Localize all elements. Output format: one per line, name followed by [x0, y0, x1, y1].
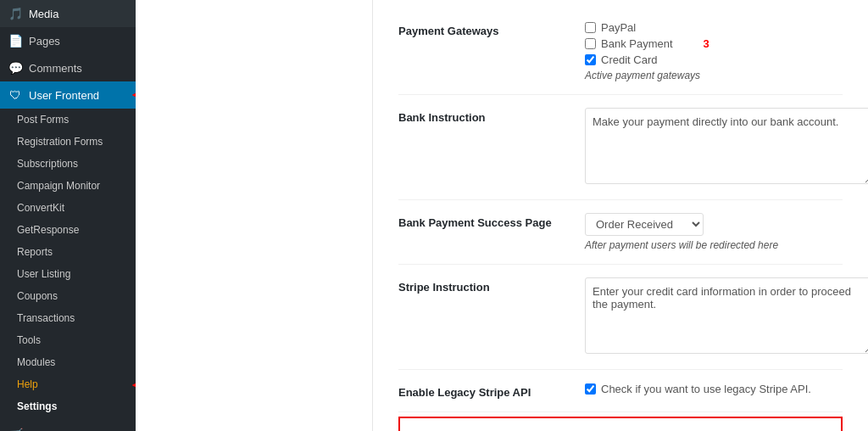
- stripe-secret-key-row: Stripe Secret Key: [413, 427, 828, 431]
- paypal-label[interactable]: PayPal: [601, 21, 636, 34]
- annotation-3-label: 3: [704, 37, 709, 50]
- sidebar: 🎵 Media 📄 Pages 💬 Comments 🛡 User Fronte…: [0, 0, 136, 431]
- bank-payment-label[interactable]: Bank Payment: [601, 37, 673, 50]
- legacy-stripe-checkbox[interactable]: [585, 383, 596, 395]
- paypal-row: PayPal: [585, 21, 843, 34]
- main-area: Payment Gateways PayPal Bank Payment 3: [136, 0, 868, 431]
- payment-gateways-row: Payment Gateways PayPal Bank Payment 3: [398, 8, 843, 95]
- sidebar-item-media[interactable]: 🎵 Media: [0, 0, 136, 27]
- sidebar-item-registration-forms[interactable]: Registration Forms: [0, 131, 136, 153]
- comments-icon: 💬: [8, 61, 22, 75]
- sidebar-item-getresponse[interactable]: GetResponse: [0, 219, 136, 241]
- legacy-stripe-label: Enable Legacy Stripe API: [398, 383, 585, 399]
- sidebar-item-help[interactable]: Help 2: [0, 373, 136, 395]
- bank-payment-success-content: Order Received Thank You Custom Page Aft…: [585, 213, 843, 251]
- bank-payment-success-label: Bank Payment Success Page: [398, 213, 585, 229]
- active-gateways-note: Active payment gateways: [585, 70, 843, 81]
- annotation-1-arrow: [131, 87, 136, 104]
- media-icon: 🎵: [8, 7, 22, 20]
- settings-section: Payment Gateways PayPal Bank Payment 3: [398, 8, 843, 431]
- credit-card-row: Credit Card: [585, 53, 843, 66]
- sidebar-item-tools[interactable]: Tools: [0, 329, 136, 351]
- sidebar-item-user-listing[interactable]: User Listing: [0, 263, 136, 285]
- sidebar-item-transactions[interactable]: Transactions: [0, 307, 136, 329]
- left-panel: [136, 0, 373, 431]
- credit-card-checkbox[interactable]: [585, 54, 596, 65]
- sidebar-item-convertkit[interactable]: ConvertKit: [0, 197, 136, 219]
- redirect-note: After payment users will be redirected h…: [585, 239, 843, 251]
- sidebar-item-settings[interactable]: Settings: [0, 395, 136, 417]
- sidebar-item-reports[interactable]: Reports: [0, 241, 136, 263]
- sidebar-item-comments[interactable]: 💬 Comments: [0, 54, 136, 81]
- bank-payment-row: Bank Payment 3: [585, 37, 843, 50]
- credit-card-label[interactable]: Credit Card: [601, 53, 657, 66]
- pages-icon: 📄: [8, 34, 22, 48]
- bank-instruction-textarea[interactable]: [585, 108, 868, 184]
- stripe-instruction-row: Stripe Instruction: [398, 265, 843, 370]
- bank-payment-success-select[interactable]: Order Received Thank You Custom Page: [585, 213, 704, 236]
- sidebar-item-woocommerce[interactable]: 🛒 WooCommerce: [0, 421, 136, 431]
- bank-instruction-label: Bank Instruction: [398, 108, 585, 124]
- stripe-instruction-textarea[interactable]: [585, 277, 868, 354]
- legacy-stripe-row: Enable Legacy Stripe API Check if you wa…: [398, 370, 843, 412]
- annotation-2-arrow: [131, 377, 136, 394]
- bank-payment-success-row: Bank Payment Success Page Order Received…: [398, 200, 843, 265]
- payment-gateways-content: PayPal Bank Payment 3 Credit Card Active…: [585, 21, 843, 81]
- legacy-stripe-checkbox-label[interactable]: Check if you want to use legacy Stripe A…: [585, 383, 843, 395]
- stripe-instruction-label: Stripe Instruction: [398, 277, 585, 294]
- sidebar-item-post-forms[interactable]: Post Forms: [0, 109, 136, 131]
- settings-content: Payment Gateways PayPal Bank Payment 3: [373, 0, 868, 431]
- bank-instruction-row: Bank Instruction: [398, 95, 843, 200]
- legacy-stripe-content: Check if you want to use legacy Stripe A…: [585, 383, 843, 395]
- sidebar-item-subscriptions[interactable]: Subscriptions: [0, 153, 136, 175]
- paypal-checkbox[interactable]: [585, 22, 596, 33]
- sidebar-item-user-frontend[interactable]: 🛡 User Frontend 1: [0, 81, 136, 109]
- sidebar-item-coupons[interactable]: Coupons: [0, 285, 136, 307]
- bank-payment-checkbox[interactable]: [585, 38, 596, 49]
- stripe-keys-section: 4 Stripe Secret Key Stripe Publishable K…: [398, 417, 843, 431]
- woocommerce-icon: 🛒: [8, 428, 22, 431]
- stripe-instruction-content: [585, 277, 868, 356]
- sidebar-item-pages[interactable]: 📄 Pages: [0, 27, 136, 54]
- payment-gateways-label: Payment Gateways: [398, 21, 585, 37]
- sidebar-item-campaign-monitor[interactable]: Campaign Monitor: [0, 175, 136, 197]
- user-frontend-icon: 🛡: [8, 88, 22, 102]
- bank-instruction-content: [585, 108, 868, 187]
- sidebar-item-modules[interactable]: Modules: [0, 351, 136, 373]
